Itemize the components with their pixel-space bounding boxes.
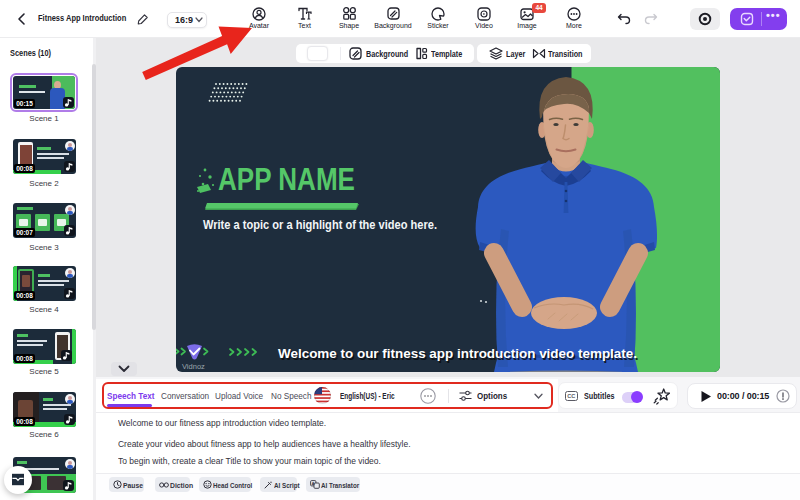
svg-text:APP NAME: APP NAME [218, 162, 355, 197]
svg-text:Welcome to our fitness app int: Welcome to our fitness app introduction … [278, 346, 637, 361]
svg-text:Write a topic or a highlight o: Write a topic or a highlight of the vide… [203, 217, 437, 232]
svg-text:CC: CC [567, 393, 575, 399]
svg-text:Vidnoz: Vidnoz [182, 362, 205, 371]
